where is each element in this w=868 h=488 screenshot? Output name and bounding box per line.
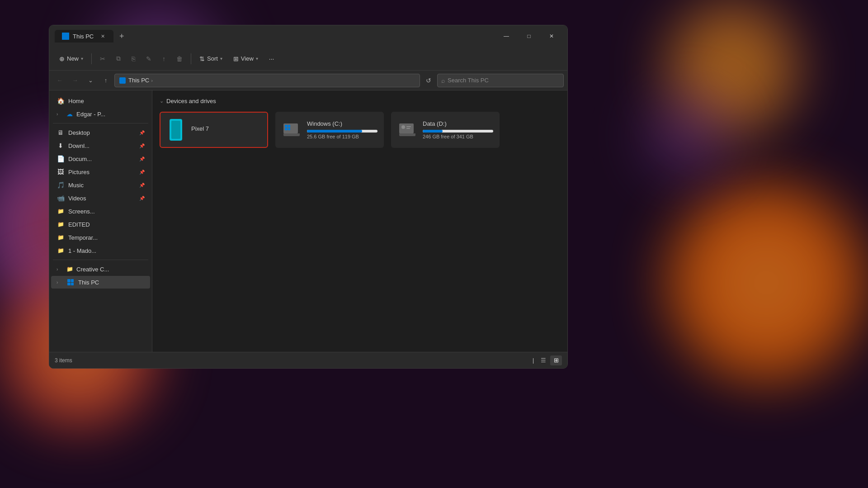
device-data-d[interactable]: Data (D:) 246 GB free of 341 GB [391, 112, 500, 148]
rename-icon: ✎ [146, 55, 151, 62]
creative-icon: 📁 [66, 265, 74, 273]
new-icon: ⊕ [59, 55, 65, 62]
bg-decoration-6 [642, 90, 732, 181]
sidebar-item-documents[interactable]: 📄 Docum... 📌 [51, 152, 150, 165]
drive-circle [401, 125, 405, 129]
new-label: New [67, 55, 79, 62]
sidebar-item-desktop[interactable]: 🖥 Desktop 📌 [51, 126, 150, 139]
drive-base-d [399, 133, 415, 136]
forward-button[interactable]: → [68, 74, 82, 87]
sidebar-item-downloads[interactable]: ⬇ Downl... 📌 [51, 139, 150, 152]
thispc-expand-icon: › [57, 280, 63, 285]
pixel7-phone-icon [170, 119, 182, 141]
view-button[interactable]: ⊞ View ▾ [229, 53, 263, 65]
screenshots-icon: 📁 [57, 207, 65, 215]
tab-icon [62, 33, 69, 40]
sidebar-item-screenshots[interactable]: 📁 Screens... [51, 205, 150, 218]
windows-c-icon-container [282, 118, 302, 142]
sidebar-item-creative[interactable]: › 📁 Creative C... [51, 263, 150, 275]
status-items-count: 3 items [55, 357, 529, 364]
down-button[interactable]: ⌄ [84, 74, 97, 87]
share-icon: ↑ [162, 55, 165, 62]
bg-decoration-5 [665, 0, 800, 136]
delete-icon: 🗑 [176, 55, 183, 62]
cut-button[interactable]: ✂ [95, 53, 110, 65]
file-explorer-window: This PC ✕ + — □ ✕ ⊕ New ▾ ✂ ⧉ ⎘ ✎ ↑ [49, 25, 568, 369]
music-pin-icon: 📌 [139, 183, 145, 188]
data-d-name: Data (D:) [423, 120, 493, 127]
view-dropdown-icon: ▾ [256, 56, 258, 61]
maximize-button[interactable]: □ [519, 29, 539, 43]
sidebar: 🏠 Home › ☁ Edgar - P... 🖥 Desktop 📌 ⬇ Do… [49, 90, 152, 352]
sidebar-item-pictures[interactable]: 🖼 Pictures 📌 [51, 166, 150, 178]
videos-icon: 📹 [57, 194, 65, 202]
drive-d-icon [399, 123, 415, 136]
sidebar-item-edgar[interactable]: › ☁ Edgar - P... [51, 108, 150, 120]
sidebar-item-edited[interactable]: 📁 EDITED [51, 218, 150, 231]
refresh-button[interactable]: ↺ [422, 74, 435, 87]
view-buttons: ☰ ⊞ [538, 355, 562, 365]
up-button[interactable]: ↑ [99, 74, 113, 87]
sidebar-item-thispc[interactable]: › This PC [51, 276, 150, 289]
sidebar-divider-2 [53, 260, 148, 260]
address-input[interactable]: This PC › [114, 74, 420, 87]
sidebar-pictures-label: Pictures [68, 169, 136, 175]
close-button[interactable]: ✕ [541, 29, 562, 43]
data-d-bar-bg [423, 130, 493, 133]
data-d-size: 246 GB free of 341 GB [423, 134, 493, 139]
sidebar-item-music[interactable]: 🎵 Music 📌 [51, 179, 150, 191]
devices-grid: Pixel 7 [160, 112, 560, 148]
bg-decoration-4 [665, 181, 868, 384]
win-icon-cell [62, 37, 65, 40]
drive-c-icon [283, 123, 300, 136]
edgar-expand-icon: › [57, 112, 63, 117]
pictures-pin-icon: 📌 [139, 170, 145, 175]
drive-line [406, 126, 411, 127]
address-crumb: This PC › [128, 77, 153, 84]
sort-label: Sort [207, 55, 218, 62]
sidebar-item-home[interactable]: 🏠 Home [51, 95, 150, 107]
title-bar: This PC ✕ + — □ ✕ [49, 25, 567, 47]
tab-this-pc[interactable]: This PC ✕ [55, 30, 113, 43]
paste-button[interactable]: ⎘ [127, 53, 140, 65]
win-icon-cell [62, 33, 65, 36]
grid-view-button[interactable]: ⊞ [550, 355, 562, 365]
search-icon: ⌕ [441, 77, 445, 84]
more-button[interactable]: ··· [264, 53, 279, 65]
sidebar-mado-label: 1 - Mado... [68, 247, 145, 254]
tab-close-button[interactable]: ✕ [99, 33, 106, 40]
sort-button[interactable]: ⇅ Sort ▾ [195, 53, 227, 65]
share-button[interactable]: ↑ [158, 53, 170, 65]
device-pixel7[interactable]: Pixel 7 [160, 112, 268, 148]
win-icon-cell [66, 37, 69, 40]
list-view-button[interactable]: ☰ [538, 355, 549, 365]
copy-button[interactable]: ⧉ [112, 52, 125, 65]
address-bar: ← → ⌄ ↑ This PC › ↺ ⌕ Search This PC [49, 71, 567, 90]
pixel7-info: Pixel 7 [191, 125, 262, 135]
data-d-icon-container [397, 118, 417, 142]
section-title-text: Devices and drives [166, 98, 216, 104]
windows-c-size: 25.6 GB free of 119 GB [307, 134, 377, 139]
documents-pin-icon: 📌 [139, 156, 145, 161]
sidebar-item-videos[interactable]: 📹 Videos 📌 [51, 192, 150, 204]
new-button[interactable]: ⊕ New ▾ [55, 53, 88, 65]
windows-c-bar-bg [307, 130, 377, 133]
search-box[interactable]: ⌕ Search This PC [437, 74, 564, 87]
device-windows-c[interactable]: Windows (C:) 25.6 GB free of 119 GB [275, 112, 384, 148]
new-tab-button[interactable]: + [115, 30, 128, 43]
minimize-button[interactable]: — [496, 29, 517, 43]
search-placeholder: Search This PC [448, 77, 489, 84]
onedrive-icon: ☁ [66, 110, 74, 118]
back-button[interactable]: ← [53, 74, 66, 87]
win-icon-cell [288, 128, 291, 131]
win-icon-cell [66, 33, 69, 36]
rename-button[interactable]: ✎ [142, 53, 156, 65]
toolbar-divider-2 [191, 53, 191, 64]
section-title: ⌄ Devices and drives [160, 98, 560, 104]
sidebar-item-mado[interactable]: 📁 1 - Mado... [51, 244, 150, 257]
delete-button[interactable]: 🗑 [172, 53, 187, 65]
win-logo-on-drive [285, 125, 290, 130]
sidebar-item-temporary[interactable]: 📁 Temporar... [51, 231, 150, 244]
content-area: 🏠 Home › ☁ Edgar - P... 🖥 Desktop 📌 ⬇ Do… [49, 90, 567, 352]
paste-icon: ⎘ [132, 55, 135, 62]
